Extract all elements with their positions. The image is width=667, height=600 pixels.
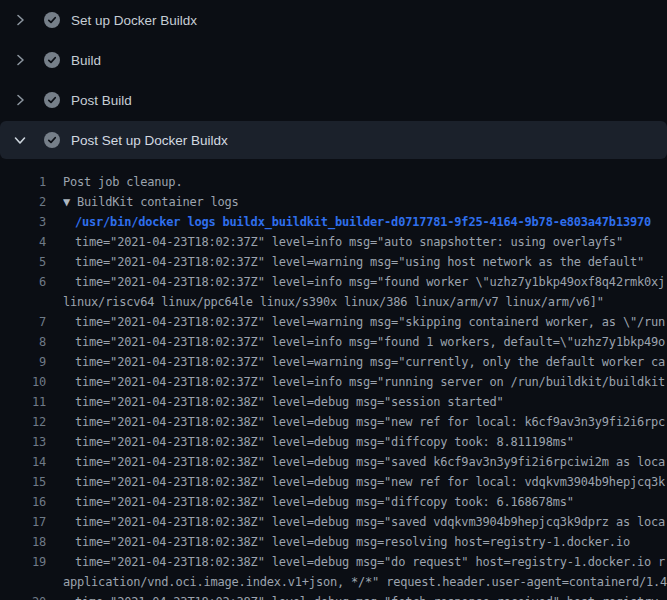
log-line: 14 time="2021-04-23T18:02:38Z" level=deb…: [0, 452, 667, 472]
step-header-build[interactable]: Build: [0, 40, 667, 80]
log-text: time="2021-04-23T18:02:37Z" level=warnin…: [63, 252, 667, 272]
chevron-right-icon[interactable]: [12, 52, 28, 68]
line-number[interactable]: 18: [0, 532, 46, 552]
log-line: 3 /usr/bin/docker logs buildx_buildkit_b…: [0, 212, 667, 232]
log-line: 7 time="2021-04-23T18:02:37Z" level=warn…: [0, 312, 667, 332]
actions-log-viewer: Set up Docker Buildx Build: [0, 0, 667, 600]
log-line: 6 time="2021-04-23T18:02:37Z" level=info…: [0, 272, 667, 312]
log-text: time="2021-04-23T18:02:37Z" level=info m…: [63, 272, 667, 292]
line-number[interactable]: 11: [0, 392, 46, 412]
log-text: time="2021-04-23T18:02:38Z" level=debug …: [63, 432, 667, 452]
check-circle-icon: [44, 92, 60, 108]
log-text: time="2021-04-23T18:02:37Z" level=info m…: [63, 232, 667, 252]
check-circle-icon: [44, 132, 60, 148]
line-number[interactable]: 19: [0, 552, 46, 572]
log-text: time="2021-04-23T18:02:38Z" level=debug …: [63, 412, 667, 432]
line-number[interactable]: 9: [0, 352, 46, 372]
log-text-wrapped: application/vnd.oci.image.index.v1+json,…: [63, 572, 667, 592]
chevron-right-icon[interactable]: [12, 92, 28, 108]
line-number[interactable]: 12: [0, 412, 46, 432]
log-text: time="2021-04-23T18:02:38Z" level=debug …: [63, 552, 667, 572]
log-output: 1 Post job cleanup. 2 ▼ BuildKit contain…: [0, 160, 667, 600]
step-header-post-set-up-docker-buildx[interactable]: Post Set up Docker Buildx: [0, 121, 667, 159]
line-number[interactable]: 20: [0, 592, 46, 600]
log-line: 20 time="2021-04-23T18:02:38Z" level=deb…: [0, 592, 667, 600]
line-number[interactable]: 13: [0, 432, 46, 452]
line-number[interactable]: 3: [0, 212, 46, 232]
log-line: 8 time="2021-04-23T18:02:37Z" level=info…: [0, 332, 667, 352]
log-text: time="2021-04-23T18:02:38Z" level=debug …: [63, 512, 667, 532]
log-line: 4 time="2021-04-23T18:02:37Z" level=info…: [0, 232, 667, 252]
log-line: 1 Post job cleanup.: [0, 172, 667, 192]
log-text: time="2021-04-23T18:02:38Z" level=debug …: [63, 392, 667, 412]
log-text: ▼ BuildKit container logs: [63, 192, 667, 212]
check-circle-icon: [44, 12, 60, 28]
log-text: time="2021-04-23T18:02:38Z" level=debug …: [63, 472, 667, 492]
log-line: 19 time="2021-04-23T18:02:38Z" level=deb…: [0, 552, 667, 592]
step-title: Post Build: [71, 93, 132, 108]
log-text-wrapped: linux/riscv64 linux/ppc64le linux/s390x …: [63, 292, 667, 312]
line-number[interactable]: 16: [0, 492, 46, 512]
log-text: time="2021-04-23T18:02:37Z" level=info m…: [63, 372, 667, 392]
line-number[interactable]: 7: [0, 312, 46, 332]
step-list: Set up Docker Buildx Build: [0, 0, 667, 159]
group-label: BuildKit container logs: [77, 195, 239, 209]
log-text: time="2021-04-23T18:02:38Z" level=debug …: [63, 592, 667, 600]
line-number[interactable]: 4: [0, 232, 46, 252]
log-text: /usr/bin/docker logs buildx_buildkit_bui…: [63, 212, 667, 232]
log-line: 15 time="2021-04-23T18:02:38Z" level=deb…: [0, 472, 667, 492]
step-title: Post Set up Docker Buildx: [71, 133, 228, 148]
log-text: time="2021-04-23T18:02:37Z" level=warnin…: [63, 312, 667, 332]
log-line: 10 time="2021-04-23T18:02:37Z" level=inf…: [0, 372, 667, 392]
log-line: 13 time="2021-04-23T18:02:38Z" level=deb…: [0, 432, 667, 452]
log-line: 17 time="2021-04-23T18:02:38Z" level=deb…: [0, 512, 667, 532]
line-number[interactable]: 17: [0, 512, 46, 532]
log-line: 18 time="2021-04-23T18:02:38Z" level=deb…: [0, 532, 667, 552]
line-number[interactable]: 10: [0, 372, 46, 392]
line-number[interactable]: 14: [0, 452, 46, 472]
line-number[interactable]: 8: [0, 332, 46, 352]
log-text: time="2021-04-23T18:02:37Z" level=info m…: [63, 332, 667, 352]
log-line: 9 time="2021-04-23T18:02:37Z" level=warn…: [0, 352, 667, 372]
log-text: time="2021-04-23T18:02:37Z" level=warnin…: [63, 352, 667, 372]
step-header-post-build[interactable]: Post Build: [0, 80, 667, 120]
chevron-right-icon[interactable]: [12, 12, 28, 28]
line-number[interactable]: 15: [0, 472, 46, 492]
line-number[interactable]: 6: [0, 272, 46, 292]
log-line: 16 time="2021-04-23T18:02:38Z" level=deb…: [0, 492, 667, 512]
step-header-set-up-docker-buildx[interactable]: Set up Docker Buildx: [0, 0, 667, 40]
log-line: 2 ▼ BuildKit container logs: [0, 192, 667, 212]
log-text: time="2021-04-23T18:02:38Z" level=debug …: [63, 532, 667, 552]
log-line: 11 time="2021-04-23T18:02:38Z" level=deb…: [0, 392, 667, 412]
group-toggle-triangle-icon[interactable]: ▼: [63, 195, 77, 209]
step-title: Build: [71, 53, 101, 68]
log-line: 5 time="2021-04-23T18:02:37Z" level=warn…: [0, 252, 667, 272]
log-text: Post job cleanup.: [63, 172, 667, 192]
check-circle-icon: [44, 52, 60, 68]
log-text: time="2021-04-23T18:02:38Z" level=debug …: [63, 452, 667, 472]
line-number[interactable]: 1: [0, 172, 46, 192]
line-number[interactable]: 5: [0, 252, 46, 272]
chevron-down-icon[interactable]: [12, 132, 28, 148]
step-title: Set up Docker Buildx: [71, 13, 197, 28]
log-text: time="2021-04-23T18:02:38Z" level=debug …: [63, 492, 667, 512]
log-line: 12 time="2021-04-23T18:02:38Z" level=deb…: [0, 412, 667, 432]
line-number[interactable]: 2: [0, 192, 46, 212]
